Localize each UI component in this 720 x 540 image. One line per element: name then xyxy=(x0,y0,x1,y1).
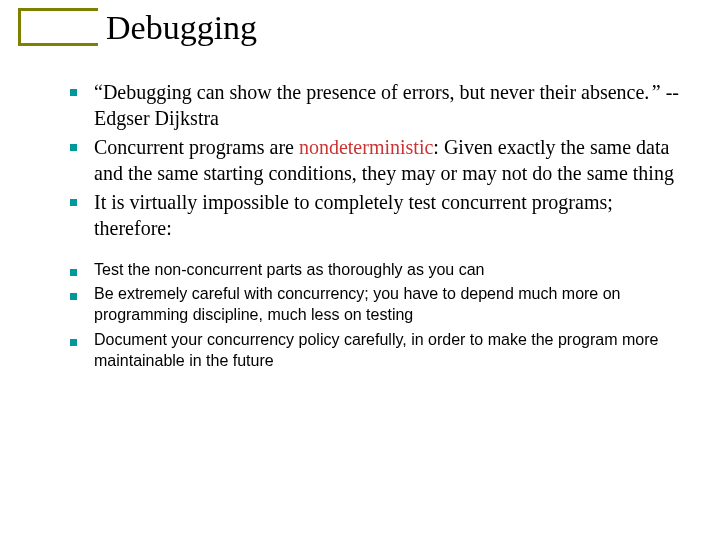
bullet-impossible-text: It is virtually impossible to completely… xyxy=(94,191,613,239)
slide: Debugging “Debugging can show the presen… xyxy=(0,0,720,540)
rule-top xyxy=(18,8,98,11)
sub-bullet-test: Test the non-concurrent parts as thoroug… xyxy=(64,260,688,281)
rule-left xyxy=(18,8,21,46)
rule-bottom xyxy=(18,43,98,46)
bullet-quote: “Debugging can show the presence of erro… xyxy=(64,80,688,131)
slide-title: Debugging xyxy=(106,9,257,47)
sub-bullet-document-text: Document your concurrency policy careful… xyxy=(94,331,658,369)
bullet-list: “Debugging can show the presence of erro… xyxy=(64,80,688,242)
bullet-nondeterministic: Concurrent programs are nondeterministic… xyxy=(64,135,688,186)
sub-bullet-document: Document your concurrency policy careful… xyxy=(64,330,688,372)
sub-bullet-careful-text: Be extremely careful with concurrency; y… xyxy=(94,285,621,323)
slide-body: “Debugging can show the presence of erro… xyxy=(64,80,688,376)
sub-bullet-list: Test the non-concurrent parts as thoroug… xyxy=(64,260,688,372)
sub-bullet-test-text: Test the non-concurrent parts as thoroug… xyxy=(94,261,484,278)
nondeterministic-word: nondeterministic xyxy=(299,136,433,158)
bullet-quote-text: “Debugging can show the presence of erro… xyxy=(94,81,679,129)
sub-bullet-careful: Be extremely careful with concurrency; y… xyxy=(64,284,688,326)
bullet-impossible: It is virtually impossible to completely… xyxy=(64,190,688,241)
bullet-nd-pre: Concurrent programs are xyxy=(94,136,299,158)
